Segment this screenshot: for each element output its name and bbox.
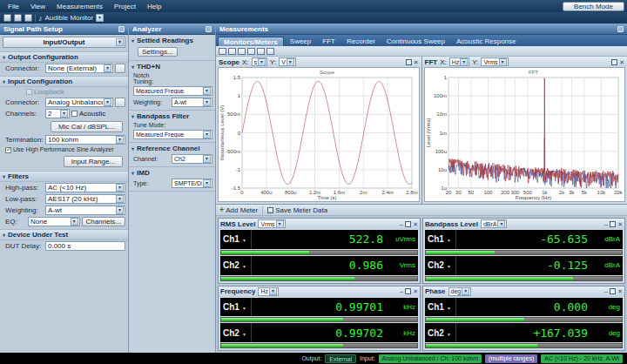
layout-single-icon[interactable]	[219, 48, 226, 55]
acoustic-checkbox[interactable]	[71, 111, 78, 117]
scope-x-units-select[interactable]: s	[252, 57, 268, 66]
channel-selector[interactable]: Ch2	[223, 323, 252, 342]
popout-icon[interactable]	[405, 221, 411, 227]
thdn-weighting-select[interactable]: A-wt	[172, 98, 212, 107]
eq-select[interactable]: None	[28, 217, 80, 226]
tab-sweep[interactable]: Sweep	[285, 37, 316, 46]
channel-selector[interactable]: Ch1	[223, 298, 252, 317]
channel-selector[interactable]: Ch2	[428, 256, 456, 275]
new-project-icon[interactable]	[3, 14, 11, 22]
minimize-icon[interactable]	[604, 288, 608, 294]
minimize-icon[interactable]	[400, 288, 403, 294]
close-icon[interactable]	[617, 288, 623, 294]
channel-selector[interactable]: Ch2	[428, 323, 456, 342]
frequency-unit-select[interactable]: Hz	[258, 287, 279, 296]
channel-selector[interactable]: Ch1	[428, 298, 456, 317]
input-connector-settings-button[interactable]	[115, 98, 125, 107]
tab-recorder[interactable]: Recorder	[341, 37, 381, 46]
phase-unit-select[interactable]: deg	[448, 287, 472, 296]
close-icon[interactable]	[619, 59, 624, 65]
popout-icon[interactable]	[610, 288, 616, 294]
channel-selector[interactable]: Ch2	[223, 256, 252, 275]
imd-header[interactable]: IMD	[129, 167, 215, 178]
layout-two-column-icon[interactable]	[228, 48, 236, 55]
weighting-select[interactable]: A-wt	[45, 206, 125, 215]
menu-measurements[interactable]: Measurements	[51, 2, 108, 11]
notch-tuning-select[interactable]: Measured Freque	[133, 86, 212, 96]
dut-delay-input[interactable]: 0.000 s	[45, 241, 125, 251]
layout-right-stack-icon[interactable]	[266, 48, 274, 55]
audible-monitor-label[interactable]: Audible Monitor	[45, 14, 94, 22]
eq-channels-button[interactable]: Channels...	[82, 217, 125, 226]
high-performance-checkbox[interactable]	[5, 147, 11, 153]
loopback-checkbox[interactable]	[26, 89, 32, 95]
fft-plot[interactable]: 2030501002003005001k2k3k5k10k20k1100m10m…	[424, 67, 626, 202]
settled-readings-header[interactable]: Settled Readings	[129, 35, 215, 45]
fft-y-units-select[interactable]: Vrms	[481, 57, 508, 66]
scope-plot[interactable]: 0400u800u1.2m1.6m2m2.4m2.8m1.51500m0-500…	[218, 67, 420, 202]
imd-type-select[interactable]: SMPTE/DIN	[172, 179, 212, 188]
channels-select[interactable]: 2	[45, 109, 70, 118]
input-range-button[interactable]: Input Range...	[64, 156, 123, 167]
input-connector-select[interactable]: Analog Unbalanced	[45, 98, 113, 107]
popout-icon[interactable]	[405, 288, 411, 294]
minimize-icon[interactable]	[604, 221, 608, 227]
tab-continuous-sweep[interactable]: Continuous Sweep	[381, 37, 450, 46]
menu-project[interactable]: Project	[109, 2, 141, 11]
filters-section-header[interactable]: Filters	[0, 171, 128, 182]
close-icon[interactable]	[414, 59, 419, 65]
layout-two-row-icon[interactable]	[238, 48, 246, 55]
fft-x-units-select[interactable]: Hz	[449, 57, 470, 66]
tab-monitors-meters[interactable]: Monitors/Meters	[218, 37, 284, 46]
open-project-icon[interactable]	[14, 14, 22, 22]
output-connector-select[interactable]: None (External)	[45, 64, 113, 73]
input-config-section-header[interactable]: Input Configuration	[0, 76, 128, 87]
layout-left-stack-icon[interactable]	[257, 48, 265, 55]
status-output-value[interactable]: External	[325, 354, 356, 363]
tune-mode-select[interactable]: Measured Freque	[133, 130, 212, 139]
close-icon[interactable]	[617, 221, 623, 227]
popout-icon[interactable]	[611, 59, 617, 65]
high-pass-select[interactable]: AC (<10 Hz)	[45, 183, 125, 192]
tab-acoustic-response[interactable]: Acoustic Response	[451, 37, 521, 46]
rms-level-unit-select[interactable]: Vrms	[258, 219, 285, 228]
pin-icon[interactable]	[617, 26, 624, 32]
status-input-value[interactable]: Analog Unbalanced / Ch: 100 kohm	[379, 354, 482, 363]
bandpass-level-unit-select[interactable]: dBrA	[481, 219, 508, 228]
tab-fft[interactable]: FFT	[317, 37, 340, 46]
bandpass-filter-header[interactable]: Bandpass Filter	[129, 111, 215, 121]
pin-icon[interactable]	[118, 26, 125, 32]
save-project-icon[interactable]	[24, 14, 32, 22]
minimize-icon[interactable]	[400, 221, 403, 227]
bench-mode-button[interactable]: Bench Mode	[563, 2, 624, 11]
io-mode-select[interactable]: Input/Output	[3, 37, 125, 48]
status-ranges-badge[interactable]: (multiple ranges)	[485, 354, 537, 363]
channel-selector[interactable]: Ch1	[223, 230, 252, 249]
mic-cal-button[interactable]: Mic Cal / dBSPL...	[51, 121, 123, 132]
pin-icon[interactable]	[206, 26, 212, 32]
reference-channel-header[interactable]: Reference Channel	[129, 143, 215, 153]
chevron-down-icon[interactable]	[96, 14, 104, 22]
menu-view[interactable]: View	[25, 2, 51, 11]
thdn-header[interactable]: THD+N	[129, 61, 215, 71]
output-config-section-header[interactable]: Output Configuration	[0, 51, 128, 63]
menu-help[interactable]: Help	[142, 2, 166, 11]
popout-icon[interactable]	[610, 221, 616, 227]
output-connector-settings-button[interactable]	[115, 64, 125, 73]
close-icon[interactable]	[413, 221, 418, 227]
low-pass-select[interactable]: AES17 (20 kHz)	[45, 194, 125, 204]
popout-icon[interactable]	[406, 59, 412, 65]
layout-grid-icon[interactable]	[247, 48, 255, 55]
status-filters-badge[interactable]: AC (<10 Hz) - 20 kHz, A-Wt	[541, 354, 623, 363]
termination-select[interactable]: 100 kohm	[45, 135, 125, 145]
dut-section-header[interactable]: Device Under Test	[0, 229, 128, 240]
scope-y-units-select[interactable]: V	[279, 57, 296, 66]
add-meter-button[interactable]: Add Meter	[219, 206, 258, 214]
menu-file[interactable]: File	[3, 2, 24, 11]
speaker-icon[interactable]	[38, 14, 43, 23]
settled-readings-settings-button[interactable]: Settings...	[138, 47, 178, 57]
channel-selector[interactable]: Ch1	[428, 230, 456, 249]
reference-channel-select[interactable]: Ch2	[172, 154, 212, 164]
close-icon[interactable]	[413, 288, 418, 294]
save-meter-data-button[interactable]: Save Meter Data	[267, 206, 327, 214]
